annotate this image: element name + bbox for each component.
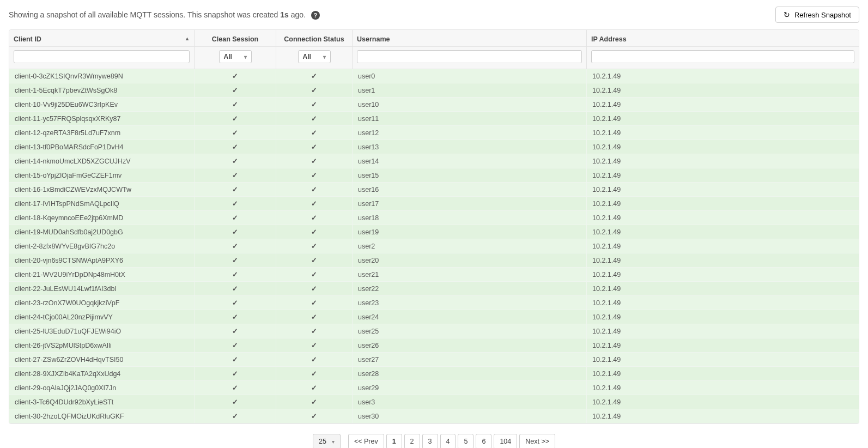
check-icon <box>311 398 317 406</box>
cell-username: user1 <box>353 83 587 98</box>
check-icon <box>311 285 317 293</box>
page-size-select[interactable]: 25 <box>313 434 341 448</box>
cell-clean-session <box>195 367 276 381</box>
pager-page-1[interactable]: 1 <box>386 434 402 448</box>
pager-page-3[interactable]: 3 <box>422 434 438 448</box>
cell-username: user15 <box>353 168 587 183</box>
filter-ip[interactable] <box>591 50 854 63</box>
table-row[interactable]: client-11-yc57FRQSplqsqxXRKy87user1110.2… <box>9 112 859 126</box>
cell-clean-session <box>195 268 276 282</box>
filter-username[interactable] <box>357 50 582 63</box>
table-row[interactable]: client-14-nkmoUmcLXD5XZGCUJHzVuser1410.2… <box>9 154 859 168</box>
cell-client-id: client-16-1xBmdiCZWEVzxMQJCWTw <box>9 183 195 197</box>
check-icon <box>311 101 317 108</box>
cell-ip: 10.2.1.49 <box>587 409 859 423</box>
cell-ip: 10.2.1.49 <box>587 83 859 98</box>
check-icon <box>311 129 317 137</box>
table-row[interactable]: client-24-tCjo00AL20nzPijimvVYuser2410.2… <box>9 310 859 324</box>
cell-client-id: client-0-3cZK1SIQnvR3Wmywe89N <box>9 69 195 83</box>
check-icon <box>232 398 238 406</box>
cell-clean-session <box>195 112 276 126</box>
cell-ip: 10.2.1.49 <box>587 225 859 239</box>
cell-client-id: client-17-lVIHTspPNdSmAQLpcIlQ <box>9 197 195 211</box>
col-header-ip[interactable]: IP Address <box>587 30 859 47</box>
refresh-snapshot-button[interactable]: Refresh Snapshot <box>775 7 859 23</box>
pager-page-2[interactable]: 2 <box>404 434 420 448</box>
cell-ip: 10.2.1.49 <box>587 239 859 253</box>
cell-client-id: client-21-WV2U9iYrDpDNp48mH0tX <box>9 268 195 282</box>
cell-connection-status <box>276 324 353 338</box>
refresh-icon <box>784 10 790 19</box>
filter-connection-status-value: All <box>303 53 311 60</box>
cell-clean-session <box>195 310 276 324</box>
sessions-table: Client ID Clean Session Connection Statu… <box>9 29 859 424</box>
check-icon <box>311 214 317 222</box>
table-row[interactable]: client-10-Vv9ji25DEu6WC3rIpKEvuser1010.2… <box>9 98 859 112</box>
cell-connection-status <box>276 239 353 253</box>
check-icon <box>232 115 238 123</box>
cell-username: user23 <box>353 296 587 310</box>
pager-page-5[interactable]: 5 <box>458 434 474 448</box>
table-row[interactable]: client-17-lVIHTspPNdSmAQLpcIlQuser1710.2… <box>9 197 859 211</box>
table-row[interactable]: client-29-oqAlaJQj2JAQ0g0XI7Jnuser2910.2… <box>9 381 859 395</box>
check-icon <box>232 313 238 321</box>
check-icon <box>232 143 238 151</box>
cell-connection-status <box>276 112 353 126</box>
cell-username: user13 <box>353 140 587 154</box>
table-row[interactable]: client-13-tf0PBoMARSdcFoP1DvH4user1310.2… <box>9 140 859 154</box>
col-header-connection-status[interactable]: Connection Status <box>276 30 353 47</box>
check-icon <box>311 299 317 307</box>
pager-next[interactable]: Next >> <box>519 434 555 448</box>
cell-client-id: client-22-JuLEsWU14Lwf1fAI3dbl <box>9 282 195 296</box>
table-row[interactable]: client-27-ZSw6ZrZOVH4dHqvTSI50user2710.2… <box>9 353 859 367</box>
check-icon <box>311 328 317 335</box>
filter-connection-status[interactable]: All <box>298 50 331 63</box>
table-row[interactable]: client-21-WV2U9iYrDpDNp48mH0tXuser2110.2… <box>9 268 859 282</box>
cell-username: user10 <box>353 98 587 112</box>
table-row[interactable]: client-15-oYpjZlOjaFmGeCZEF1mvuser1510.2… <box>9 168 859 183</box>
filter-client-id[interactable] <box>14 50 190 63</box>
table-row[interactable]: client-12-qzeRTA3F8r5Ld7uF7xnmuser1210.2… <box>9 126 859 140</box>
table-row[interactable]: client-16-1xBmdiCZWEVzxMQJCWTwuser1610.2… <box>9 183 859 197</box>
cell-connection-status <box>276 154 353 168</box>
filter-clean-session[interactable]: All <box>219 50 252 63</box>
check-icon <box>311 87 317 94</box>
cell-username: user27 <box>353 353 587 367</box>
table-row[interactable]: client-20-vjn6s9CTSNWAptA9PXY6user2010.2… <box>9 253 859 268</box>
table-row[interactable]: client-28-9XJXZib4KaTA2qXxUdg4user2810.2… <box>9 367 859 381</box>
cell-ip: 10.2.1.49 <box>587 268 859 282</box>
pager-page-104[interactable]: 104 <box>494 434 517 448</box>
cell-connection-status <box>276 225 353 239</box>
help-icon[interactable]: ? <box>311 11 320 20</box>
table-row[interactable]: client-22-JuLEsWU14Lwf1fAI3dbluser2210.2… <box>9 282 859 296</box>
cell-ip: 10.2.1.49 <box>587 112 859 126</box>
chevron-down-icon <box>332 438 335 445</box>
cell-clean-session <box>195 225 276 239</box>
pager-prev[interactable]: << Prev <box>348 434 384 448</box>
check-icon <box>311 370 317 378</box>
table-row[interactable]: client-19-MUD0ahSdfb0aj2UD0gbGuser1910.2… <box>9 225 859 239</box>
table-row[interactable]: client-25-lU3EduD71uQFJEWi94iOuser2510.2… <box>9 324 859 338</box>
col-header-client-id[interactable]: Client ID <box>9 30 195 47</box>
cell-clean-session <box>195 381 276 395</box>
check-icon <box>232 87 238 94</box>
table-row[interactable]: client-0-3cZK1SIQnvR3Wmywe89Nuser010.2.1… <box>9 69 859 83</box>
cell-ip: 10.2.1.49 <box>587 197 859 211</box>
cell-username: user28 <box>353 367 587 381</box>
cell-client-id: client-28-9XJXZib4KaTA2qXxUdg4 <box>9 367 195 381</box>
pager-page-4[interactable]: 4 <box>440 434 456 448</box>
cell-username: user2 <box>353 239 587 253</box>
check-icon <box>232 72 238 80</box>
table-row[interactable]: client-3-Tc6Q4DUdr92bXyLieSTtuser310.2.1… <box>9 395 859 409</box>
table-row[interactable]: client-23-rzOnX7W0UOgqkjkziVpFuser2310.2… <box>9 296 859 310</box>
check-icon <box>232 328 238 335</box>
table-row[interactable]: client-2-8zfx8WYvE8gvBIG7hc2ouser210.2.1… <box>9 239 859 253</box>
pager-page-6[interactable]: 6 <box>476 434 491 448</box>
col-header-username[interactable]: Username <box>353 30 587 47</box>
cell-clean-session <box>195 168 276 183</box>
table-row[interactable]: client-1-5EcqkT7pbevZtWsSgOk8user110.2.1… <box>9 83 859 98</box>
col-header-clean-session[interactable]: Clean Session <box>195 30 276 47</box>
table-row[interactable]: client-30-2hzoLQFMOizUKdRluGKFuser3010.2… <box>9 409 859 423</box>
table-row[interactable]: client-26-jtVS2pMUlStpD6xwAIliuser2610.2… <box>9 338 859 353</box>
table-row[interactable]: client-18-KqeymncoEEe2jtp6XmMDuser1810.2… <box>9 211 859 225</box>
